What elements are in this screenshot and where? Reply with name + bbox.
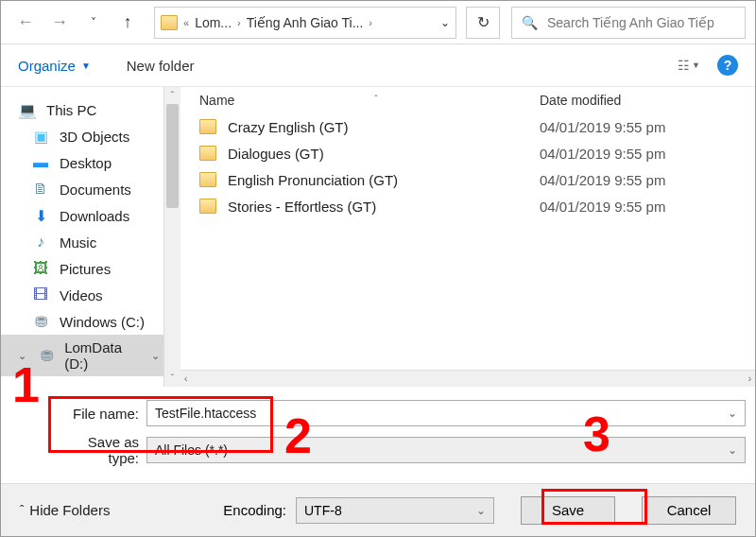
tree-documents[interactable]: 🗎Documents (1, 176, 180, 202)
search-icon: 🔍 (522, 15, 538, 30)
tree-music[interactable]: ♪Music (1, 229, 180, 255)
drive-icon: ⛃ (38, 347, 55, 364)
tree-desktop[interactable]: ▬Desktop (1, 149, 180, 176)
tree-drive-d[interactable]: ⌄⛃LomData (D:)⌄ (1, 335, 180, 376)
cancel-button[interactable]: Cancel (642, 496, 736, 525)
scroll-up-arrow[interactable]: ˆ (164, 87, 180, 104)
scroll-thumb[interactable] (166, 104, 179, 208)
desktop-icon: ▬ (31, 154, 50, 171)
new-folder-button[interactable]: New folder (127, 58, 195, 74)
chevron-down-icon[interactable]: ⌄ (151, 350, 160, 362)
address-toolbar: ← → ˅ ↑ « Lom... › Tiếng Anh Giao Ti... … (1, 1, 755, 44)
scroll-left-arrow[interactable]: ‹ (184, 373, 187, 384)
search-input[interactable]: 🔍 Search Tiếng Anh Giao Tiếp (511, 7, 746, 39)
file-name-input[interactable]: TestFile.htaccess ⌄ (146, 400, 746, 426)
tree-3d-objects[interactable]: ▣3D Objects (1, 123, 180, 149)
folder-icon (199, 199, 216, 214)
sidebar-scrollbar[interactable]: ˆ ˇ (163, 87, 180, 387)
organize-menu[interactable]: Organize▼ (18, 58, 91, 74)
chevron-right-icon: › (237, 17, 241, 28)
col-name-header[interactable]: Name (199, 93, 234, 108)
scroll-right-arrow[interactable]: › (748, 373, 751, 384)
list-item[interactable]: Crazy English (GT)04/01/2019 9:55 pm (199, 113, 755, 140)
tree-videos[interactable]: 🎞Videos (1, 282, 180, 308)
list-item[interactable]: Stories - Effortless (GT)04/01/2019 9:55… (199, 193, 755, 219)
command-toolbar: Organize▼ New folder ☷ ▼ ? (1, 44, 755, 86)
recent-locations-button[interactable]: ˅ (78, 8, 109, 38)
bottom-bar: ˆ Hide Folders Encoding: UTF-8 ⌄ Save Ca… (1, 483, 755, 536)
file-list: Nameˆ Date modified Crazy English (GT)04… (180, 87, 755, 387)
chevron-down-icon[interactable]: ⌄ (728, 407, 737, 420)
folder-icon (161, 15, 178, 30)
chevron-right-icon: › (369, 17, 372, 28)
file-name-label: File name: (54, 406, 146, 422)
drive-icon: ⛃ (31, 313, 50, 330)
downloads-icon: ⬇ (31, 207, 50, 224)
view-options-button[interactable]: ☷ ▼ (678, 58, 700, 73)
save-fields: File name: TestFile.htaccess ⌄ Save as t… (1, 387, 755, 481)
breadcrumb-current[interactable]: Tiếng Anh Giao Ti... (247, 15, 364, 30)
breadcrumb-parent[interactable]: Lom... (195, 15, 232, 30)
chevron-down-icon: ⌄ (476, 504, 486, 517)
list-icon: ☷ (678, 58, 688, 73)
tree-this-pc[interactable]: 💻 This PC (1, 96, 180, 123)
help-button[interactable]: ? (717, 55, 738, 76)
hide-folders-button[interactable]: ˆ Hide Folders (20, 502, 110, 518)
tree-pictures[interactable]: 🖼Pictures (1, 255, 180, 282)
encoding-select[interactable]: UTF-8 ⌄ (296, 497, 494, 524)
folder-icon (199, 146, 216, 161)
encoding-label: Encoding: (223, 502, 286, 518)
column-headers[interactable]: Nameˆ Date modified (199, 87, 755, 113)
list-item[interactable]: Dialogues (GT)04/01/2019 9:55 pm (199, 140, 755, 166)
folder-icon (199, 172, 216, 187)
cube-icon: ▣ (31, 128, 50, 145)
chevron-down-icon[interactable]: ⌄ (18, 350, 26, 362)
address-dropdown-icon[interactable]: ⌄ (440, 16, 450, 29)
up-button[interactable]: ↑ (112, 8, 143, 38)
save-button[interactable]: Save (521, 496, 615, 525)
navigation-pane: 💻 This PC ▣3D Objects ▬Desktop 🗎Document… (1, 87, 180, 387)
list-item[interactable]: English Pronunciation (GT)04/01/2019 9:5… (199, 166, 755, 193)
main-area: 💻 This PC ▣3D Objects ▬Desktop 🗎Document… (1, 86, 755, 387)
breadcrumb-root-chev: « (183, 17, 189, 28)
forward-button: → (44, 8, 75, 38)
sort-asc-icon: ˆ (374, 95, 377, 105)
col-date-header[interactable]: Date modified (540, 93, 755, 108)
folder-icon (199, 119, 216, 134)
pictures-icon: 🖼 (31, 260, 50, 277)
tree-downloads[interactable]: ⬇Downloads (1, 202, 180, 229)
search-placeholder: Search Tiếng Anh Giao Tiếp (547, 15, 714, 30)
refresh-button[interactable]: ↻ (466, 7, 500, 39)
save-as-type-select[interactable]: All Files (*.*) ⌄ (146, 437, 746, 463)
chevron-down-icon[interactable]: ⌄ (728, 443, 737, 457)
documents-icon: 🗎 (31, 181, 50, 198)
pc-icon: 💻 (18, 101, 37, 118)
tree-drive-c[interactable]: ⛃Windows (C:) (1, 308, 180, 335)
address-bar[interactable]: « Lom... › Tiếng Anh Giao Ti... › ⌄ (154, 7, 456, 39)
scroll-down-arrow[interactable]: ˇ (164, 370, 180, 387)
videos-icon: 🎞 (31, 286, 50, 303)
music-icon: ♪ (31, 234, 50, 251)
horizontal-scrollbar[interactable]: ‹› (180, 370, 755, 387)
back-button[interactable]: ← (10, 8, 41, 38)
save-as-type-label: Save as type: (54, 434, 146, 466)
chevron-up-icon: ˆ (20, 503, 24, 517)
